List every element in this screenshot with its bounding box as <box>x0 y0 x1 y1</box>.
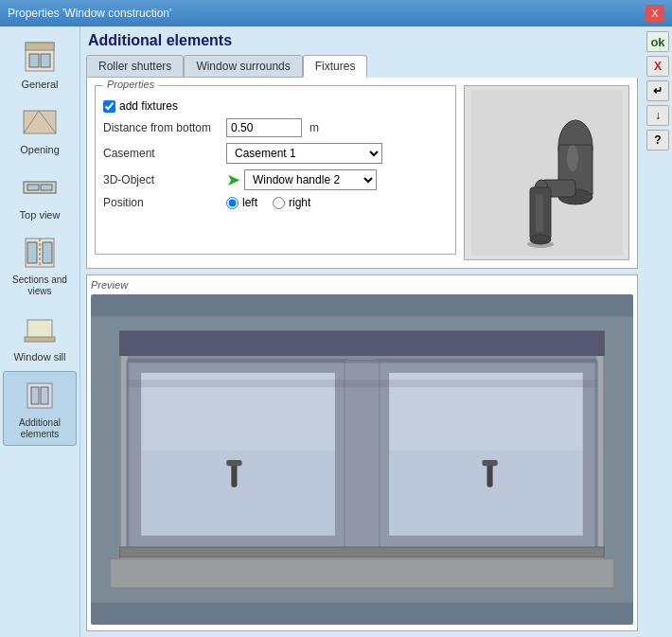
casement-label: Casement <box>103 147 226 160</box>
tab-content-fixtures: Properties add fixtures Distance from bo… <box>86 78 638 269</box>
svg-rect-46 <box>128 380 596 387</box>
close-button[interactable]: X <box>645 5 664 22</box>
enter-button[interactable]: ↵ <box>646 80 669 101</box>
add-fixtures-checkbox[interactable] <box>103 100 115 113</box>
svg-rect-9 <box>41 185 52 190</box>
position-left-text: left <box>242 196 257 209</box>
sidebar-item-sections[interactable]: Sections and views <box>3 229 77 302</box>
distance-input[interactable] <box>226 118 302 137</box>
object-row: 3D-Object ➤ Window handle 2 Window handl… <box>103 169 448 190</box>
svg-rect-38 <box>226 460 241 466</box>
object-arrow-icon: ➤ <box>226 171 240 188</box>
distance-label: Distance from bottom <box>103 121 226 134</box>
svg-rect-18 <box>41 387 48 404</box>
preview-section: Preview <box>86 274 638 631</box>
position-label: Position <box>103 196 226 209</box>
additional-icon <box>21 377 59 415</box>
svg-rect-8 <box>27 185 39 190</box>
preview-image <box>91 294 633 625</box>
svg-rect-14 <box>27 320 52 339</box>
svg-rect-32 <box>110 558 613 588</box>
svg-rect-3 <box>41 54 50 67</box>
position-left-label[interactable]: left <box>226 196 257 209</box>
distance-row: Distance from bottom m <box>103 118 448 137</box>
distance-unit: m <box>309 121 319 134</box>
svg-rect-12 <box>27 242 37 263</box>
sections-icon <box>21 234 59 272</box>
tab-roller-shutters[interactable]: Roller shutters <box>86 55 184 78</box>
window-scene-svg <box>91 294 633 625</box>
handle-svg <box>471 90 623 256</box>
svg-rect-33 <box>120 331 605 356</box>
sidebar-item-sections-label: Sections and views <box>8 274 72 297</box>
svg-rect-2 <box>29 54 39 67</box>
sidebar-item-windowsill-label: Window sill <box>13 351 65 363</box>
opening-icon <box>21 103 59 141</box>
title-bar: Properties 'Window construction' X <box>0 0 672 27</box>
sidebar-item-windowsill[interactable]: Window sill <box>3 306 77 367</box>
svg-point-29 <box>527 240 554 248</box>
sidebar-item-additional-label: Additional elements <box>9 417 71 440</box>
position-right-radio[interactable] <box>273 197 285 209</box>
topview-icon <box>21 168 59 206</box>
svg-rect-13 <box>43 242 52 263</box>
add-fixtures-label: add fixtures <box>119 99 178 113</box>
action-buttons-panel: ok X ↵ ↓ ? <box>644 27 672 637</box>
preview-label: Preview <box>91 279 633 291</box>
main-container: General Opening Top view <box>0 27 672 637</box>
sidebar-item-opening-label: Opening <box>20 144 60 155</box>
svg-rect-43 <box>482 460 497 466</box>
content-area: Additional elements Roller shutters Wind… <box>80 27 644 637</box>
position-radio-group: left right <box>226 196 310 209</box>
general-icon <box>21 38 59 76</box>
position-row: Position left right <box>103 196 448 209</box>
tab-window-surrounds[interactable]: Window surrounds <box>184 55 302 78</box>
sidebar-item-topview-label: Top view <box>20 209 61 221</box>
title-bar-text: Properties 'Window construction' <box>8 7 171 20</box>
sidebar-item-topview[interactable]: Top view <box>3 164 77 225</box>
distance-value-container: m <box>226 118 448 137</box>
cancel-button[interactable]: X <box>646 56 669 77</box>
position-left-radio[interactable] <box>226 197 239 209</box>
casement-select[interactable]: Casement 1 Casement 2 <box>226 143 382 164</box>
handle-thumbnail <box>464 85 629 260</box>
casement-value-container: Casement 1 Casement 2 <box>226 143 448 164</box>
object-label: 3D-Object <box>103 173 226 186</box>
download-button[interactable]: ↓ <box>646 105 669 126</box>
page-title: Additional elements <box>86 32 638 49</box>
svg-rect-47 <box>120 547 605 557</box>
object-value-container: ➤ Window handle 2 Window handle 1 <box>226 169 377 190</box>
properties-and-thumbnail: Properties add fixtures Distance from bo… <box>95 85 629 260</box>
windowsill-icon <box>21 310 59 348</box>
help-button[interactable]: ? <box>646 130 669 150</box>
sidebar-item-general-label: General <box>21 79 58 90</box>
svg-point-27 <box>567 145 578 171</box>
ok-button[interactable]: ok <box>646 31 669 52</box>
svg-rect-15 <box>25 337 55 342</box>
svg-rect-45 <box>128 356 596 363</box>
position-right-text: right <box>289 196 310 209</box>
sidebar-item-additional[interactable]: Additional elements <box>3 371 77 446</box>
svg-rect-4 <box>24 111 56 133</box>
content-wrapper: Additional elements Roller shutters Wind… <box>80 27 672 637</box>
svg-rect-17 <box>31 387 39 404</box>
casement-row: Casement Casement 1 Casement 2 <box>103 143 448 164</box>
sidebar: General Opening Top view <box>0 27 80 637</box>
add-fixtures-checkbox-label[interactable]: add fixtures <box>103 99 178 113</box>
svg-rect-28 <box>536 194 543 232</box>
add-fixtures-row: add fixtures <box>103 99 448 113</box>
svg-rect-1 <box>26 43 54 50</box>
properties-legend: Properties <box>103 79 158 90</box>
tab-bar: Roller shutters Window surrounds Fixture… <box>86 55 638 78</box>
properties-fieldset: Properties add fixtures Distance from bo… <box>95 85 456 255</box>
sidebar-item-opening[interactable]: Opening <box>3 98 77 160</box>
object-select[interactable]: Window handle 2 Window handle 1 <box>244 169 377 190</box>
tab-fixtures[interactable]: Fixtures <box>303 55 368 78</box>
svg-rect-44 <box>345 361 380 550</box>
position-right-label[interactable]: right <box>273 196 310 209</box>
sidebar-item-general[interactable]: General <box>3 33 77 95</box>
